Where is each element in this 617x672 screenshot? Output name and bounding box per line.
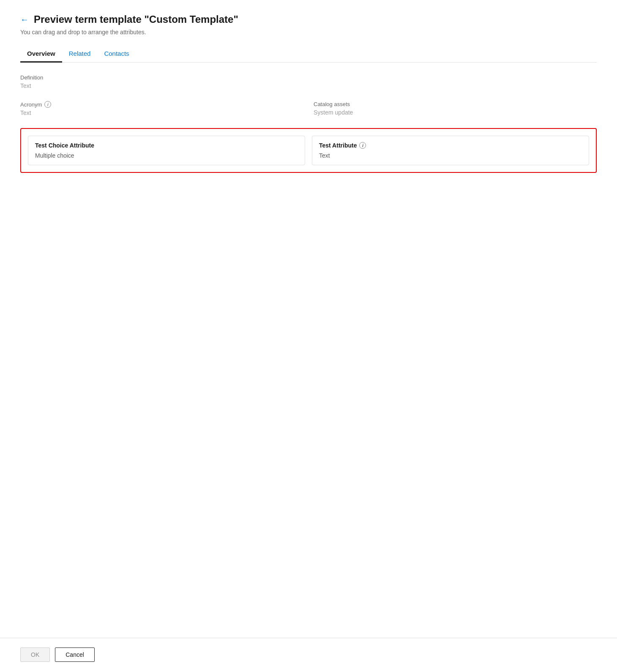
page-container: ← Preview term template "Custom Template…: [0, 0, 617, 198]
acronym-catalog-row: Acronym i Text Catalog assets System upd…: [20, 101, 597, 116]
header-row: ← Preview term template "Custom Template…: [20, 14, 597, 25]
bottom-divider: [0, 638, 617, 638]
tab-related[interactable]: Related: [62, 46, 98, 63]
acronym-label-text: Acronym: [20, 101, 42, 108]
catalog-field: Catalog assets System update: [314, 101, 597, 116]
tabs-row: Overview Related Contacts: [20, 46, 597, 63]
cancel-button[interactable]: Cancel: [55, 647, 95, 662]
ok-button[interactable]: OK: [20, 647, 50, 662]
tab-overview[interactable]: Overview: [20, 46, 62, 63]
attribute-text-info-icon[interactable]: i: [359, 142, 366, 149]
definition-field: Definition Text: [20, 74, 597, 89]
definition-label: Definition: [20, 74, 597, 81]
page-title: Preview term template "Custom Template": [34, 14, 238, 25]
tab-contacts[interactable]: Contacts: [97, 46, 136, 63]
attribute-choice-name: Test Choice Attribute: [35, 142, 298, 149]
attribute-text-type: Text: [319, 152, 582, 159]
back-arrow-icon[interactable]: ←: [20, 15, 29, 25]
acronym-value: Text: [20, 109, 303, 116]
catalog-value: System update: [314, 109, 597, 116]
definition-section: Definition Text: [20, 74, 597, 89]
acronym-field: Acronym i Text: [20, 101, 303, 116]
subtitle-text: You can drag and drop to arrange the att…: [20, 29, 597, 36]
attribute-text-name: Test Attribute i: [319, 142, 582, 149]
attributes-grid: Test Choice Attribute Multiple choice Te…: [28, 136, 589, 165]
attribute-choice-name-text: Test Choice Attribute: [35, 142, 94, 149]
attribute-card-choice: Test Choice Attribute Multiple choice: [28, 136, 305, 165]
footer-actions: OK Cancel: [20, 647, 95, 662]
attribute-text-name-text: Test Attribute: [319, 142, 357, 149]
catalog-label: Catalog assets: [314, 101, 597, 107]
attribute-card-text: Test Attribute i Text: [312, 136, 589, 165]
acronym-info-icon[interactable]: i: [44, 101, 51, 108]
attribute-choice-type: Multiple choice: [35, 152, 298, 159]
highlighted-attributes-area: Test Choice Attribute Multiple choice Te…: [20, 128, 597, 173]
acronym-label: Acronym i: [20, 101, 303, 108]
definition-value: Text: [20, 82, 597, 89]
